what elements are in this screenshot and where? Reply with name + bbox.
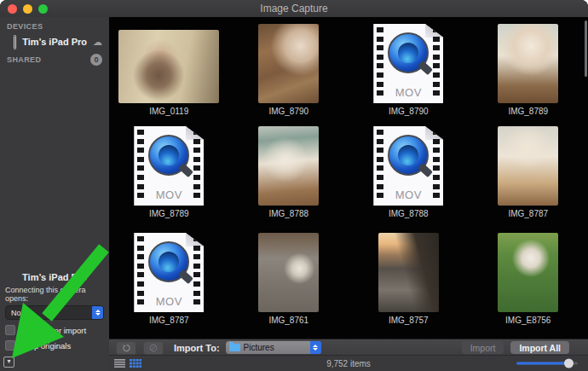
media-item-label: IMG_8790 (268, 107, 308, 116)
media-item-label: IMG_8788 (268, 209, 308, 218)
import-button[interactable]: Import (462, 341, 504, 354)
thumbnail-wrap (498, 230, 558, 312)
quicktime-logo (388, 135, 429, 176)
quicktime-logo (148, 241, 189, 282)
folder-icon (229, 344, 240, 351)
keep-originals-checkbox[interactable] (5, 340, 15, 351)
thumbnail-wrap (498, 21, 558, 103)
quicktime-logo (388, 32, 429, 73)
photo-thumbnail (258, 126, 319, 206)
media-item-label: IMG_8789 (149, 209, 189, 218)
thumbnail-wrap: MOV (373, 21, 443, 103)
mov-extension-label: MOV (373, 188, 443, 201)
media-browser: IMG_0119IMG_8790MOVIMG_8790IMG_8789MOVIM… (109, 17, 588, 339)
media-grid: IMG_0119IMG_8790MOVIMG_8790IMG_8789MOVIM… (109, 17, 588, 337)
photo-thumbnail (118, 30, 219, 103)
window-title: Image Capture (0, 3, 588, 14)
delete-button[interactable] (143, 341, 164, 355)
rotate-button[interactable] (116, 341, 136, 355)
thumbnail-wrap (378, 230, 439, 312)
status-bar: 9,752 items (109, 355, 588, 371)
media-item-label: IMG_8789 (508, 107, 548, 116)
mov-extension-label: MOV (134, 295, 204, 308)
delete-after-import-label: Delete after import (20, 326, 86, 335)
thumbnail-wrap (258, 124, 319, 206)
mov-extension-label: MOV (373, 86, 443, 99)
delete-after-import-row[interactable]: Delete after import (5, 325, 109, 335)
photo-thumbnail (378, 233, 439, 312)
photo-thumbnail (258, 233, 319, 312)
keep-originals-label: Keep originals (20, 341, 71, 351)
shared-count-badge: 0 (90, 54, 102, 66)
media-item-label: IMG_8790 (389, 107, 429, 116)
photo-thumbnail (498, 24, 558, 103)
mov-file-icon: MOV (134, 126, 204, 206)
circle-slash-icon (149, 344, 158, 352)
photo-thumbnail (258, 24, 319, 103)
media-item-label: IMG_E8756 (505, 316, 551, 325)
media-item-label: IMG_8761 (268, 316, 308, 325)
popup-stepper-icon (92, 306, 103, 319)
device-settings-panel: Tim’s iPad Pro Connecting this camera op… (0, 270, 109, 352)
media-item[interactable]: IMG_8761 (229, 230, 349, 337)
media-item[interactable]: IMG_8757 (349, 230, 469, 337)
thumbnail-wrap: MOV (373, 124, 443, 206)
devices-header: DEVICES (0, 17, 109, 32)
delete-after-import-checkbox[interactable] (5, 325, 15, 335)
image-capture-window: Image Capture DEVICES Tim’s iPad Pro ☁ S… (0, 0, 588, 371)
thumbnail-size-slider[interactable] (516, 359, 578, 368)
shared-header: SHARED (7, 55, 90, 64)
vertical-scrollbar[interactable] (585, 20, 587, 77)
import-to-popup[interactable]: Pictures (226, 341, 321, 354)
keep-originals-row[interactable]: Keep originals (5, 340, 109, 351)
import-destination: Pictures (240, 343, 310, 352)
thumbnail-wrap (258, 21, 319, 103)
media-item-label: IMG_8787 (149, 316, 189, 325)
photo-thumbnail (498, 233, 558, 312)
connect-opens-label: Connecting this camera opens: (5, 286, 109, 303)
popup-stepper-icon (310, 341, 321, 354)
title-bar[interactable]: Image Capture (0, 0, 588, 18)
media-item[interactable]: MOVIMG_8790 (349, 21, 469, 124)
import-to-label: Import To: (174, 343, 220, 353)
media-item-label: IMG_8757 (389, 316, 429, 325)
photo-thumbnail (498, 126, 558, 206)
sidebar-item-device[interactable]: Tim’s iPad Pro ☁ (0, 32, 109, 51)
quicktime-logo (148, 135, 189, 176)
media-item[interactable]: MOVIMG_8789 (109, 124, 229, 230)
app-popup-value: No (6, 309, 92, 317)
media-item[interactable]: IMG_E8756 (469, 230, 588, 337)
sidebar: DEVICES Tim’s iPad Pro ☁ SHARED 0 Tim’s … (0, 17, 110, 371)
ipad-icon (14, 35, 16, 49)
import-all-button[interactable]: Import All (510, 341, 569, 354)
slider-thumb[interactable] (564, 359, 574, 368)
device-name: Tim’s iPad Pro (22, 37, 87, 47)
media-item[interactable]: IMG_0119 (109, 21, 229, 124)
device-settings-toggle[interactable]: ▾ (3, 357, 14, 368)
media-item-label: IMG_8788 (389, 209, 429, 218)
mov-extension-label: MOV (134, 188, 204, 201)
thumbnail-wrap (258, 230, 319, 312)
media-item[interactable]: IMG_8788 (229, 124, 349, 230)
cloud-icon: ☁ (93, 37, 102, 48)
media-item-label: IMG_0119 (149, 107, 188, 116)
media-item[interactable]: MOVIMG_8787 (109, 230, 229, 337)
media-item[interactable]: IMG_8790 (229, 21, 349, 124)
media-item[interactable]: IMG_8787 (469, 124, 588, 230)
media-item-label: IMG_8787 (508, 209, 548, 218)
mov-file-icon: MOV (373, 126, 443, 206)
mov-file-icon: MOV (134, 233, 204, 312)
thumbnail-wrap: MOV (134, 230, 204, 312)
app-popup[interactable]: No (5, 305, 104, 320)
media-item[interactable]: IMG_8789 (469, 21, 588, 124)
thumbnail-wrap (498, 124, 558, 206)
device-panel-title: Tim’s iPad Pro (0, 272, 109, 282)
media-item[interactable]: MOVIMG_8788 (349, 124, 469, 230)
sidebar-item-shared[interactable]: SHARED 0 (0, 51, 109, 68)
thumbnail-wrap (118, 21, 219, 103)
thumbnail-wrap: MOV (134, 124, 204, 206)
slider-fill (516, 362, 569, 365)
bottom-toolbar: Import To: Pictures Import Import All (109, 339, 588, 356)
mov-file-icon: MOV (373, 24, 443, 103)
rotate-left-icon (122, 344, 131, 352)
